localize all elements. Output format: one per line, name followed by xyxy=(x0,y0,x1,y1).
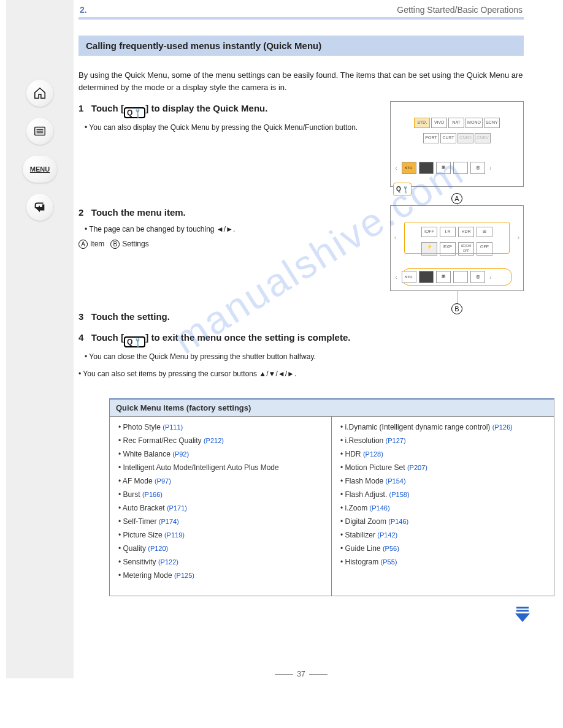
chip: CUST xyxy=(440,133,456,143)
step1-text-b: ] to display the Quick Menu. xyxy=(145,103,267,113)
chip: VIVD xyxy=(431,118,447,128)
page-link[interactable]: (P128) xyxy=(363,450,383,458)
step3-number: 3 xyxy=(79,311,83,322)
page-link[interactable]: (P55) xyxy=(381,558,397,566)
table-row: • Auto Bracket (P171) xyxy=(118,504,323,512)
step4-bullet: • You can close the Quick Menu by pressi… xyxy=(85,351,524,363)
page-link[interactable]: (P127) xyxy=(386,437,406,444)
page-link[interactable]: (P207) xyxy=(407,464,427,471)
chapter-title: Getting Started/Basic Operations xyxy=(397,5,523,15)
table-row: • Guide Line (P56) xyxy=(340,544,545,553)
page-link[interactable]: (P56) xyxy=(383,545,399,552)
step4-text-a: Touch [ xyxy=(91,332,124,343)
table-col-1: • Photo Style (P111)• Rec Format/Rec Qua… xyxy=(110,417,332,596)
table-row: • Stabilizer (P142) xyxy=(340,531,545,539)
page-link[interactable]: (P142) xyxy=(377,531,397,539)
svg-rect-5 xyxy=(516,610,529,612)
chevron-right-icon: › xyxy=(518,233,519,243)
chapter-number: 2. xyxy=(80,5,87,15)
step2-text: Touch the menu item. xyxy=(91,207,186,218)
step2-number: 2 xyxy=(79,207,83,218)
page-link[interactable]: (P166) xyxy=(142,491,163,498)
home-icon xyxy=(33,86,47,100)
page-link[interactable]: (P120) xyxy=(148,545,168,552)
table-row: • i.Zoom (P146) xyxy=(340,504,545,512)
chip: PORT xyxy=(423,133,439,143)
chevron-left-icon: ‹ xyxy=(394,233,396,243)
tab: ◎ xyxy=(470,271,485,283)
page-link[interactable]: (P125) xyxy=(174,572,194,579)
tab xyxy=(453,271,468,283)
page-link[interactable]: (P158) xyxy=(389,491,410,498)
tab: ⊞ xyxy=(436,271,451,283)
cursor-note: • You can also set items by pressing the… xyxy=(79,368,524,380)
chapter-header: 2. Getting Started/Basic Operations xyxy=(79,5,524,15)
page-link[interactable]: (P119) xyxy=(164,531,185,539)
page-link[interactable]: (P146) xyxy=(370,504,390,512)
chevron-left-icon: ‹ xyxy=(393,273,399,282)
table-row: • Rec Format/Rec Quality (P212) xyxy=(118,436,323,445)
annotation-b: B Settings xyxy=(110,238,148,250)
chevron-left-icon: ‹ xyxy=(393,164,399,173)
tab xyxy=(419,271,434,283)
back-button[interactable] xyxy=(26,194,53,221)
sidebar: MENU xyxy=(6,0,74,678)
q-menu-icon: Q🔧 xyxy=(124,336,145,347)
tab xyxy=(419,162,434,174)
menu-label: MENU xyxy=(30,165,50,173)
page-link[interactable]: (P174) xyxy=(159,518,179,525)
tab xyxy=(453,162,468,174)
tab: STD. xyxy=(402,162,416,174)
tab: ⊞ xyxy=(436,162,451,174)
chip: NAT xyxy=(448,118,464,128)
page-link[interactable]: (P212) xyxy=(204,437,224,444)
table-row: • Metering Mode (P125) xyxy=(118,571,323,580)
table-row: • Photo Style (P111) xyxy=(118,423,323,431)
table-row: • i.Resolution (P127) xyxy=(340,436,545,445)
table-row: • Quality (P120) xyxy=(118,544,323,553)
page-link[interactable]: (P146) xyxy=(388,518,408,525)
q-button-highlight: Q🔧 xyxy=(393,183,412,196)
step2-bullet: • The page can be changed by touching ◄/… xyxy=(85,224,378,235)
page-link[interactable]: (P92) xyxy=(172,450,189,458)
chip: CNED xyxy=(458,133,473,143)
table-row: • Histogram (P55) xyxy=(340,558,545,566)
camera-screen-1: STD. VIVD NAT MONO SCNY PORT CUST CNED C… xyxy=(390,101,524,187)
table-row: • Digital Zoom (P146) xyxy=(340,517,545,526)
page-link[interactable]: (P126) xyxy=(492,423,513,431)
header-rule xyxy=(79,17,524,20)
svg-rect-4 xyxy=(516,607,529,609)
home-button[interactable] xyxy=(26,80,53,107)
contents-button[interactable] xyxy=(26,118,53,145)
quick-menu-table: Quick Menu items (factory settings) • Ph… xyxy=(109,398,554,596)
chip: CNEV xyxy=(475,133,491,143)
chip: MONO xyxy=(465,118,483,128)
step1-number: 1 xyxy=(79,103,83,113)
table-row: • Flash Mode (P154) xyxy=(340,477,545,485)
table-row: • Flash Adjust. (P158) xyxy=(340,490,545,499)
q-menu-icon: Q🔧 xyxy=(124,107,145,118)
table-row: • Sensitivity (P122) xyxy=(118,558,323,566)
chip: SCNY xyxy=(484,118,500,128)
page-link[interactable]: (P122) xyxy=(158,558,178,566)
step3-text: Touch the setting. xyxy=(91,311,170,322)
page-content: 2. Getting Started/Basic Operations Call… xyxy=(79,0,557,678)
page-link[interactable]: (P171) xyxy=(167,504,187,512)
tab: ◎ xyxy=(470,162,485,174)
step-4: 4 Touch [Q🔧] to exit the menu once the s… xyxy=(79,330,524,363)
section-title: Calling frequently-used menus instantly … xyxy=(79,36,524,56)
table-col-2: • i.Dynamic (Intelligent dynamic range c… xyxy=(332,417,554,596)
page-link[interactable]: (P111) xyxy=(163,423,183,431)
table-header: Quick Menu items (factory settings) xyxy=(110,400,554,417)
table-row: • Burst (P166) xyxy=(118,490,323,499)
camera-screen-2: iOFF I.R HDR ⊞ ⚡ EXP iZOOMOFF OFF ‹ › xyxy=(390,205,524,291)
menu-button[interactable]: MENU xyxy=(23,156,57,183)
step-1: 1 Touch [Q🔧] to display the Quick Menu. … xyxy=(79,101,524,197)
table-row: • AF Mode (P97) xyxy=(118,477,323,485)
table-row: • i.Dynamic (Intelligent dynamic range c… xyxy=(340,423,545,431)
back-arrow-icon xyxy=(33,200,47,214)
page-number: 37 xyxy=(79,670,524,678)
step4-number: 4 xyxy=(79,332,83,343)
page-link[interactable]: (P154) xyxy=(386,477,406,485)
page-link[interactable]: (P97) xyxy=(155,477,171,485)
